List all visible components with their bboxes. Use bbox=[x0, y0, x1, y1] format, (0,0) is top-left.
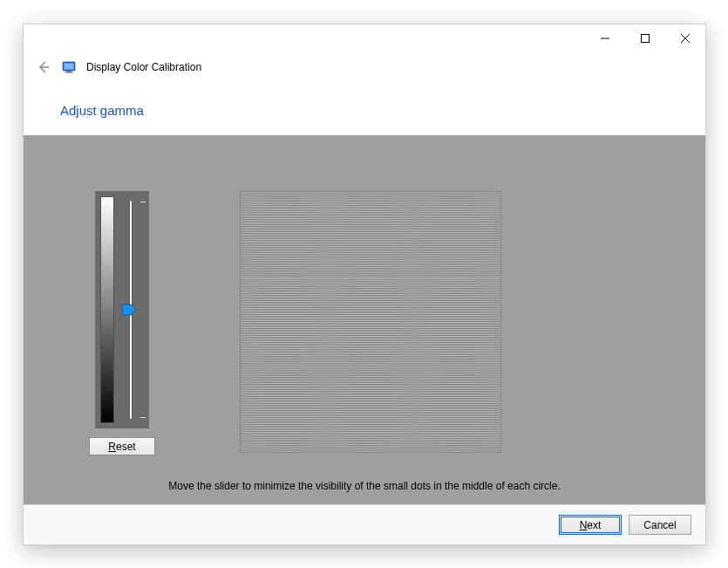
footer: Next Cancel bbox=[24, 504, 705, 544]
page-heading: Adjust gamma bbox=[24, 84, 705, 135]
slider-thumb[interactable] bbox=[121, 304, 137, 316]
pattern-cell bbox=[414, 192, 500, 278]
pattern-cell bbox=[241, 192, 327, 278]
minimize-button[interactable] bbox=[585, 24, 625, 52]
cancel-button[interactable]: Cancel bbox=[629, 515, 691, 535]
next-button[interactable]: Next bbox=[559, 515, 622, 535]
gamma-test-pattern bbox=[240, 191, 501, 453]
gamma-slider[interactable] bbox=[118, 196, 144, 423]
reset-button[interactable]: Reset bbox=[89, 437, 155, 455]
pattern-cell bbox=[327, 278, 413, 365]
window-title: Display Color Calibration bbox=[86, 61, 201, 73]
pattern-cell bbox=[327, 366, 413, 452]
maximize-button[interactable] bbox=[625, 24, 665, 52]
instruction-text: Move the slider to minimize the visibili… bbox=[24, 480, 705, 492]
calibration-window: Display Color Calibration Adjust gamma R… bbox=[23, 24, 706, 545]
svg-rect-6 bbox=[65, 64, 74, 70]
pattern-cell bbox=[414, 366, 500, 452]
pattern-cell bbox=[241, 278, 327, 365]
back-icon[interactable] bbox=[36, 59, 51, 75]
app-icon bbox=[62, 60, 76, 74]
svg-rect-1 bbox=[642, 35, 650, 43]
pattern-cell bbox=[414, 278, 500, 365]
content-area: Reset Move the slider to minimize the vi… bbox=[24, 135, 705, 504]
slider-tick-bottom bbox=[140, 417, 146, 418]
pattern-cell bbox=[327, 192, 413, 278]
svg-rect-7 bbox=[66, 71, 71, 72]
gamma-slider-frame bbox=[95, 191, 149, 428]
slider-tick-top bbox=[140, 202, 146, 202]
close-button[interactable] bbox=[665, 24, 705, 52]
svg-rect-8 bbox=[65, 72, 73, 73]
pattern-cell bbox=[241, 366, 327, 452]
gradient-strip bbox=[100, 196, 114, 423]
titlebar bbox=[24, 24, 705, 52]
header: Display Color Calibration bbox=[24, 52, 705, 84]
